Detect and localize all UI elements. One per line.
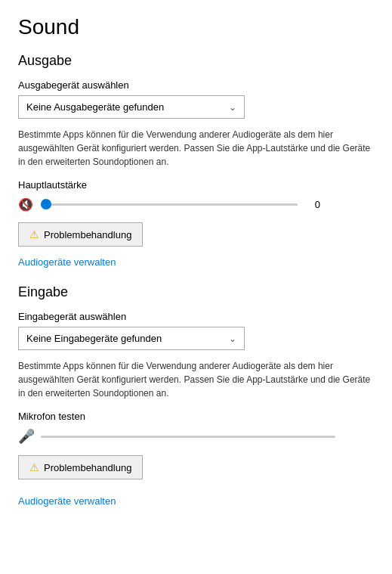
output-section: Ausgabe Ausgabegerät auswählen Keine Aus… (18, 53, 374, 268)
input-section: Eingabe Eingabegerät auswählen Keine Ein… (18, 284, 374, 507)
input-problem-button[interactable]: ⚠ Problembehandlung (18, 455, 143, 479)
volume-slider[interactable] (41, 203, 298, 206)
mic-test-label: Mikrofon testen (18, 411, 374, 422)
volume-label: Hauptlautstärke (18, 179, 374, 191)
page-title: Sound (18, 15, 374, 39)
output-device-label: Ausgabegerät auswählen (18, 79, 374, 91)
input-info-text: Bestimmte Apps können für die Verwendung… (18, 359, 373, 400)
output-problem-button[interactable]: ⚠ Problembehandlung (18, 222, 143, 247)
input-section-title: Eingabe (18, 284, 374, 300)
mic-level-bar (41, 436, 335, 438)
input-device-value: Keine Eingabegeräte gefunden (26, 333, 162, 344)
output-device-dropdown[interactable]: Keine Ausgabegeräte gefunden ⌄ (18, 95, 245, 119)
mic-row: 🎤 (18, 428, 374, 445)
output-device-value: Keine Ausgabegeräte gefunden (26, 101, 164, 113)
microphone-icon: 🎤 (18, 428, 35, 445)
output-problem-button-label: Problembehandlung (44, 229, 131, 240)
output-manage-link[interactable]: Audiogeräte verwalten (18, 256, 116, 268)
input-device-label: Eingabegerät auswählen (18, 311, 374, 322)
input-problem-button-label: Problembehandlung (44, 462, 131, 473)
output-info-text: Bestimmte Apps können für die Verwendung… (18, 128, 373, 169)
warning-icon: ⚠ (29, 461, 39, 473)
input-manage-link[interactable]: Audiogeräte verwalten (18, 495, 116, 507)
volume-row: 🔇 0 (18, 197, 374, 212)
chevron-down-icon: ⌄ (229, 334, 236, 344)
input-device-dropdown[interactable]: Keine Eingabegeräte gefunden ⌄ (18, 327, 245, 350)
mute-icon[interactable]: 🔇 (18, 197, 33, 212)
warning-icon: ⚠ (29, 228, 39, 240)
volume-slider-container[interactable] (41, 197, 298, 212)
output-section-title: Ausgabe (18, 53, 374, 69)
chevron-down-icon: ⌄ (229, 102, 236, 113)
volume-value: 0 (305, 199, 320, 210)
